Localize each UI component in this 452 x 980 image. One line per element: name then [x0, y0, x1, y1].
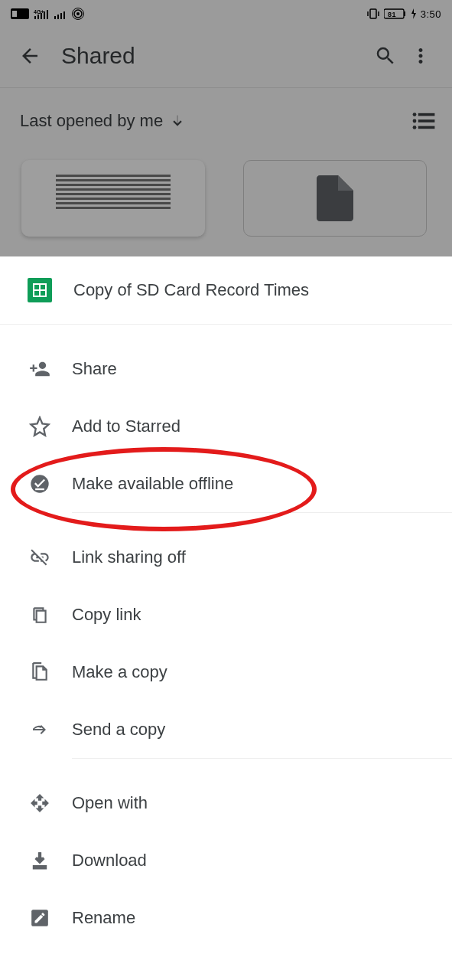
search-icon [374, 44, 397, 67]
send-icon [29, 720, 50, 739]
menu-offline[interactable]: Make available offline [0, 455, 452, 512]
more-button[interactable] [403, 38, 438, 74]
status-time: 3:50 [421, 8, 441, 20]
arrow-down-icon [169, 113, 186, 129]
bottom-sheet: Copy of SD Card Record Times Share Add t… [0, 256, 452, 946]
back-button[interactable] [14, 40, 46, 72]
person-add-icon [29, 358, 50, 380]
menu-share[interactable]: Share [0, 340, 452, 397]
svg-rect-17 [418, 126, 435, 129]
google-sheets-icon [28, 278, 52, 302]
signal-4g-icon: 4G+ [34, 8, 49, 19]
svg-rect-13 [418, 113, 435, 116]
menu-label: Add to Starred [72, 416, 180, 436]
star-icon [29, 416, 50, 437]
app-bar: Shared [0, 24, 452, 87]
menu-link-sharing[interactable]: Link sharing off [0, 528, 452, 586]
svg-text:81: 81 [388, 11, 396, 18]
svg-rect-22 [35, 488, 44, 489]
sort-label: Last opened by me [20, 111, 163, 131]
copy-icon [30, 604, 50, 626]
svg-point-3 [76, 12, 80, 15]
hotspot-icon [72, 8, 84, 20]
menu-open-with[interactable]: Open with [0, 774, 452, 831]
download-icon [30, 850, 50, 871]
svg-rect-6 [370, 9, 376, 18]
svg-rect-1 [12, 11, 17, 17]
file-copy-icon [30, 661, 50, 684]
menu-make-copy[interactable]: Make a copy [0, 643, 452, 701]
svg-point-14 [413, 119, 417, 123]
menu-rename[interactable]: Rename [0, 889, 452, 946]
menu-send-copy[interactable]: Send a copy [0, 701, 452, 758]
page-title: Shared [61, 43, 368, 69]
menu-label: Open with [72, 793, 148, 813]
offline-pin-icon [29, 473, 50, 495]
file-icon [316, 175, 354, 221]
menu-label: Rename [72, 908, 135, 928]
menu-label: Make a copy [72, 662, 167, 682]
more-vert-icon [409, 44, 432, 67]
svg-point-16 [413, 126, 417, 129]
file-card[interactable] [243, 160, 427, 237]
svg-rect-10 [404, 11, 405, 16]
svg-rect-15 [418, 119, 435, 122]
open-with-icon [30, 793, 50, 813]
menu-copy-link[interactable]: Copy link [0, 586, 452, 643]
wifi-badge-icon [11, 8, 29, 19]
menu-star[interactable]: Add to Starred [0, 397, 452, 455]
menu-download[interactable]: Download [0, 831, 452, 889]
signal-icon [54, 8, 67, 19]
sheet-file-title: Copy of SD Card Record Times [73, 280, 309, 300]
list-view-button[interactable] [412, 112, 435, 130]
menu-label: Link sharing off [72, 547, 186, 567]
rename-icon [30, 908, 50, 928]
menu-label: Share [72, 359, 117, 379]
svg-rect-23 [34, 866, 45, 868]
sheet-header: Copy of SD Card Record Times [0, 256, 452, 325]
status-bar: 4G+ 81 3:50 [0, 0, 452, 24]
search-button[interactable] [368, 38, 403, 74]
menu-label: Make available offline [72, 474, 233, 494]
link-off-icon [28, 547, 51, 568]
battery-icon: 81 [384, 8, 407, 19]
file-card[interactable] [21, 160, 205, 237]
sort-bar[interactable]: Last opened by me [0, 87, 452, 143]
charging-icon [411, 8, 417, 19]
menu-label: Copy link [72, 605, 141, 625]
svg-text:4G+: 4G+ [34, 9, 44, 15]
menu-label: Download [72, 851, 147, 871]
menu-label: Send a copy [72, 720, 165, 740]
list-icon [412, 112, 435, 130]
vibrate-icon [366, 8, 380, 20]
svg-point-12 [413, 113, 417, 116]
